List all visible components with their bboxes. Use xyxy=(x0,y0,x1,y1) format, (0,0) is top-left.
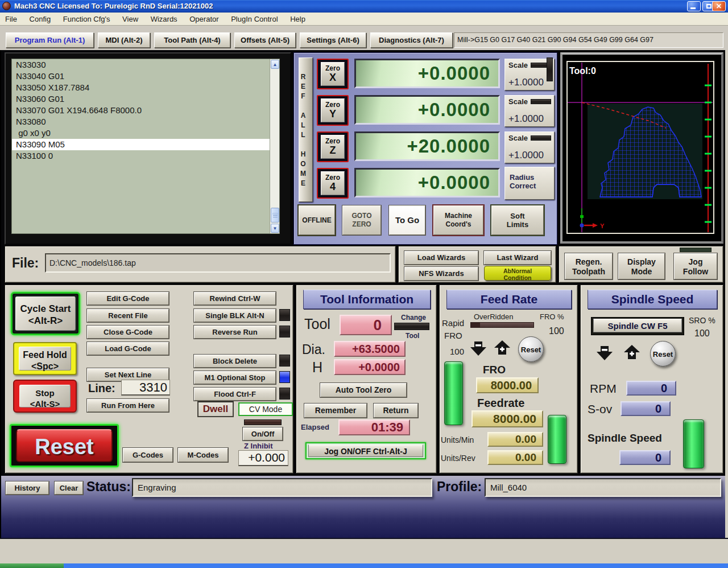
tab-diagnostics[interactable]: Diagnostics (Alt-7) xyxy=(370,32,453,48)
zero-z-button[interactable]: ZeroZ xyxy=(317,131,349,162)
reverse-run-button[interactable]: Reverse Run xyxy=(194,326,276,339)
axis4-dro[interactable]: +0.0000 xyxy=(354,168,500,197)
load-gcode-button[interactable]: Load G-Code xyxy=(87,342,169,355)
gcode-scrollbar[interactable]: ▲ ▼ xyxy=(270,59,279,233)
gcodes-button[interactable]: G-Codes xyxy=(123,448,173,462)
return-button[interactable]: Return xyxy=(374,404,418,418)
load-wizards-button[interactable]: Load Wizards xyxy=(404,251,478,265)
gcode-line[interactable]: N33050 X187.7884 xyxy=(12,82,279,93)
cycle-start-button[interactable]: Cycle Start <Alt-R> xyxy=(11,292,80,335)
y-axis-dro[interactable]: +0.0000 xyxy=(354,95,500,125)
feedrate-slider[interactable] xyxy=(548,415,566,464)
spindle-speed-slider[interactable] xyxy=(683,419,704,468)
menu-view[interactable]: View xyxy=(117,13,143,26)
menu-file[interactable]: File xyxy=(0,13,22,26)
flood-button[interactable]: Flood Ctrl-F xyxy=(194,388,276,401)
minimize-button[interactable] xyxy=(687,1,701,11)
reset-button[interactable]: Reset xyxy=(10,424,119,467)
zero-x-button[interactable]: ZeroX xyxy=(317,59,349,89)
gcode-line[interactable]: N33060 G01 xyxy=(12,93,279,105)
gcode-line[interactable]: N33030 xyxy=(12,59,279,71)
tab-program-run[interactable]: Program Run (Alt-1) xyxy=(6,32,94,48)
cv-mode-indicator[interactable]: CV Mode xyxy=(238,402,293,416)
spindle-reset-button[interactable]: Reset xyxy=(650,341,676,367)
menu-function-cfgs[interactable]: Function Cfg's xyxy=(58,13,115,26)
gcode-line[interactable]: g0 x0 y0 xyxy=(12,127,279,139)
spindle-speed-dro[interactable]: 0 xyxy=(619,450,671,465)
recent-file-button[interactable]: Recent File xyxy=(87,309,169,322)
toolpath-display[interactable]: Y Tool:0 xyxy=(560,52,723,244)
menu-wizards[interactable]: Wizards xyxy=(146,13,183,26)
fro-slider[interactable] xyxy=(444,361,463,425)
run-from-here-button[interactable]: Run From Here xyxy=(87,399,169,412)
rewind-button[interactable]: Rewind Ctrl-W xyxy=(194,292,276,305)
to-go-button[interactable]: To Go xyxy=(389,205,425,235)
gcode-line[interactable]: N33040 G01 xyxy=(12,71,279,82)
x-scale-value[interactable]: +1.0000 xyxy=(508,77,544,88)
gcode-list[interactable]: N33030 N33040 G01 N33050 X187.7884 N3306… xyxy=(11,59,280,234)
feed-decrease-icon[interactable] xyxy=(469,341,487,356)
zero-y-button[interactable]: ZeroY xyxy=(317,95,349,126)
clear-button[interactable]: Clear xyxy=(55,481,83,495)
close-button[interactable]: ✕ xyxy=(712,1,726,11)
machine-coords-button[interactable]: Machine Coord's xyxy=(433,205,483,235)
dwell-indicator[interactable]: Dwell xyxy=(197,401,234,417)
tab-settings[interactable]: Settings (Alt-6) xyxy=(300,32,366,48)
jog-onoff-button[interactable]: Jog ON/OFF Ctrl-Alt-J xyxy=(305,442,426,459)
abnormal-condition-button[interactable]: AbNormal Condition xyxy=(484,266,551,281)
auto-tool-zero-button[interactable]: Auto Tool Zero xyxy=(320,383,407,397)
menu-help[interactable]: Help xyxy=(285,13,311,26)
radius-correct-button[interactable]: Radius Correct xyxy=(504,167,555,200)
close-gcode-button[interactable]: Close G-Code xyxy=(87,326,169,339)
feed-increase-icon[interactable] xyxy=(493,340,511,355)
regen-toolpath-button[interactable]: Regen. Toolpath xyxy=(565,253,613,279)
jog-follow-button[interactable]: Jog Follow xyxy=(674,253,717,279)
z-axis-dro[interactable]: +20.0000 xyxy=(354,131,500,161)
display-mode-button[interactable]: Display Mode xyxy=(618,253,665,279)
start-button-edge[interactable] xyxy=(0,563,64,568)
x-axis-dro[interactable]: +0.0000 xyxy=(354,59,500,88)
history-button[interactable]: History xyxy=(6,481,49,495)
tool-diameter-dro[interactable]: +63.5000 xyxy=(334,341,406,357)
gcode-line[interactable]: N33100 0 xyxy=(12,150,279,162)
feed-hold-button[interactable]: Feed Hold <Spc> xyxy=(13,342,77,375)
spindle-decrease-icon[interactable] xyxy=(595,345,614,361)
menu-plugin-control[interactable]: PlugIn Control xyxy=(226,13,283,26)
last-wizard-button[interactable]: Last Wizard xyxy=(484,251,551,265)
ref-all-home-button[interactable]: REF ALL HOME xyxy=(299,57,313,202)
z-inhibit-value[interactable]: +0.000 xyxy=(238,450,288,466)
fro-dro[interactable]: 8000.00 xyxy=(476,377,539,393)
nfs-wizards-button[interactable]: NFS Wizards xyxy=(404,267,478,281)
tab-offsets[interactable]: Offsets (Alt-5) xyxy=(234,32,296,48)
menu-config[interactable]: Config xyxy=(24,13,56,26)
gcode-line[interactable]: N33080 xyxy=(12,116,279,127)
gcode-line-current[interactable]: N33090 M05 xyxy=(12,139,279,150)
spindle-increase-icon[interactable] xyxy=(623,344,641,360)
zero-4-button[interactable]: Zero4 xyxy=(317,168,349,199)
tool-number-dro[interactable]: 0 xyxy=(340,315,392,335)
stop-button[interactable]: Stop <Alt-S> xyxy=(13,380,77,413)
z-inhibit-onoff-button[interactable]: On/Off xyxy=(243,427,283,441)
single-blk-button[interactable]: Single BLK Alt-N xyxy=(194,309,276,322)
remember-button[interactable]: Remember xyxy=(304,404,367,418)
block-delete-button[interactable]: Block Delete xyxy=(194,355,276,368)
y-scale-value[interactable]: +1.0000 xyxy=(508,113,544,125)
offline-button[interactable]: OFFLINE xyxy=(299,205,335,235)
tab-tool-path[interactable]: Tool Path (Alt-4) xyxy=(154,32,230,48)
spindle-cw-button[interactable]: Spindle CW F5 xyxy=(591,317,684,335)
line-number-field[interactable]: 3310 xyxy=(121,380,170,396)
soft-limits-button[interactable]: Soft Limits xyxy=(491,205,544,235)
mcodes-button[interactable]: M-Codes xyxy=(178,448,228,462)
scroll-down-icon[interactable]: ▼ xyxy=(271,224,279,233)
z-scale-value[interactable]: +1.0000 xyxy=(508,150,544,161)
scrollbar-thumb[interactable] xyxy=(271,208,279,223)
tool-height-dro[interactable]: +0.0000 xyxy=(334,359,406,375)
scroll-up-icon[interactable]: ▲ xyxy=(271,60,279,69)
m1-optional-stop-button[interactable]: M1 Optional Stop xyxy=(194,371,276,384)
tab-mdi[interactable]: MDI (Alt-2) xyxy=(98,32,150,48)
feed-reset-button[interactable]: Reset xyxy=(518,336,544,362)
menu-operator[interactable]: Operator xyxy=(184,13,224,26)
gcode-line[interactable]: N33070 G01 X194.6648 F8000.0 xyxy=(12,105,279,116)
edit-gcode-button[interactable]: Edit G-Code xyxy=(87,292,169,305)
feedrate-dro[interactable]: 8000.00 xyxy=(471,410,543,427)
